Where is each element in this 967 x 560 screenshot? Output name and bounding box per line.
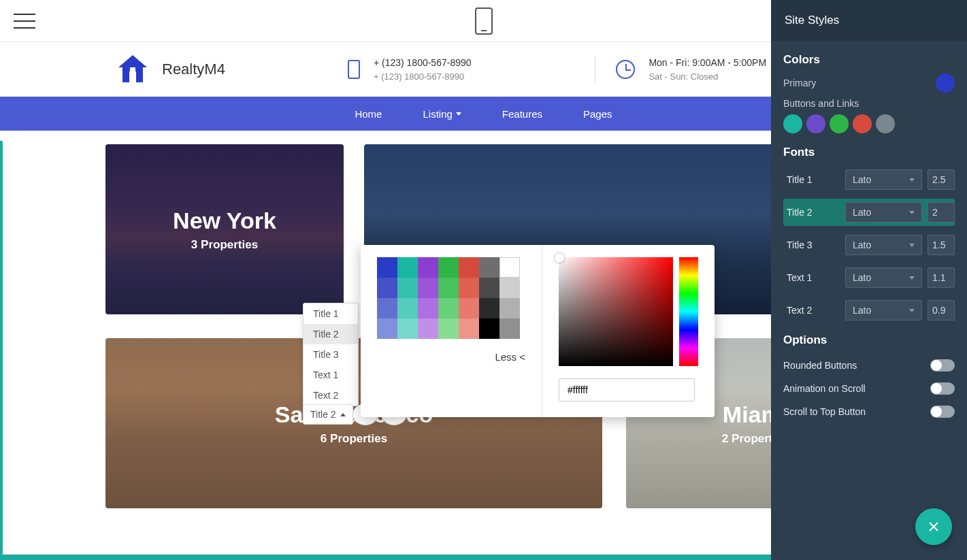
font-select[interactable]: Lato bbox=[845, 169, 922, 190]
palette-cell[interactable] bbox=[438, 298, 459, 318]
palette-cell[interactable] bbox=[377, 257, 397, 278]
title-menu-title2[interactable]: Title 2 bbox=[304, 324, 358, 344]
option-scroll-top: Scroll to Top Button bbox=[783, 400, 955, 423]
less-link[interactable]: Less < bbox=[377, 351, 525, 363]
palette-cell[interactable] bbox=[499, 278, 520, 298]
palette-cell[interactable] bbox=[397, 278, 418, 298]
palette-cell[interactable] bbox=[459, 318, 479, 339]
palette-cell[interactable] bbox=[377, 318, 397, 339]
mobile-preview-icon[interactable] bbox=[475, 7, 493, 35]
toggle-scrolltop[interactable] bbox=[930, 406, 955, 418]
chevron-down-icon bbox=[909, 276, 915, 280]
font-label: Title 1 bbox=[787, 174, 840, 185]
palette-cell[interactable] bbox=[397, 298, 418, 318]
palette-cell[interactable] bbox=[377, 278, 397, 298]
toggle-rounded[interactable] bbox=[930, 359, 955, 372]
chevron-down-icon bbox=[456, 112, 461, 116]
palette-cell[interactable] bbox=[397, 257, 418, 278]
phone-primary: + (123) 1800-567-8990 bbox=[374, 56, 472, 70]
nav-listing[interactable]: Listing bbox=[423, 108, 461, 120]
font-size-input[interactable] bbox=[928, 202, 955, 223]
nav-home[interactable]: Home bbox=[355, 108, 382, 120]
palette-cell[interactable] bbox=[438, 318, 459, 339]
palette-cell[interactable] bbox=[459, 298, 479, 318]
font-size-input[interactable] bbox=[928, 300, 955, 320]
logo-icon bbox=[116, 52, 150, 86]
colors-heading: Colors bbox=[783, 53, 955, 67]
link-color-swatch[interactable] bbox=[830, 114, 849, 133]
font-select[interactable]: Lato bbox=[845, 300, 922, 320]
close-icon bbox=[927, 520, 940, 533]
card-new-york[interactable]: New York 3 Properties bbox=[105, 144, 344, 314]
title-style-dropdown[interactable]: Title 2 bbox=[303, 404, 353, 425]
palette-cell[interactable] bbox=[438, 257, 459, 278]
palette-cell[interactable] bbox=[418, 278, 438, 298]
card-title: New York bbox=[173, 208, 276, 234]
primary-color-swatch[interactable] bbox=[936, 73, 955, 93]
font-select[interactable]: Lato bbox=[845, 235, 922, 255]
palette-cell[interactable] bbox=[418, 318, 438, 339]
phone-block: + (123) 1800-567-8990 + (123) 1800-567-8… bbox=[327, 56, 492, 84]
palette-cell[interactable] bbox=[397, 318, 418, 339]
primary-color-row: Primary bbox=[783, 73, 955, 93]
font-size-input[interactable] bbox=[928, 267, 955, 288]
palette-cell[interactable] bbox=[438, 278, 459, 298]
color-custom-panel bbox=[542, 245, 715, 417]
color-palette bbox=[377, 257, 525, 339]
font-select[interactable]: Lato bbox=[845, 267, 922, 288]
font-size-input[interactable] bbox=[928, 169, 955, 190]
palette-cell[interactable] bbox=[499, 298, 520, 318]
hours-primary: Mon - Fri: 9:00AM - 5:00PM bbox=[649, 56, 766, 70]
toggle-animation[interactable] bbox=[930, 382, 955, 395]
font-row: Title 2 Lato bbox=[783, 199, 955, 226]
hex-input[interactable] bbox=[559, 378, 695, 401]
palette-cell[interactable] bbox=[479, 318, 499, 339]
palette-cell[interactable] bbox=[377, 298, 397, 318]
link-color-swatch[interactable] bbox=[876, 114, 895, 133]
chevron-down-icon bbox=[909, 211, 915, 214]
palette-cell[interactable] bbox=[499, 318, 520, 339]
palette-cell[interactable] bbox=[479, 278, 499, 298]
palette-cell[interactable] bbox=[459, 278, 479, 298]
clock-icon bbox=[616, 60, 635, 79]
hue-slider[interactable] bbox=[679, 257, 698, 366]
font-size-input[interactable] bbox=[928, 235, 955, 255]
color-picker-popup: Less < bbox=[361, 245, 715, 417]
saturation-box[interactable] bbox=[559, 257, 673, 366]
sidebar-body: Colors Primary Buttons and Links Fonts T… bbox=[771, 41, 967, 435]
hamburger-icon[interactable] bbox=[14, 14, 35, 29]
title-menu-title3[interactable]: Title 3 bbox=[304, 344, 358, 365]
card-sub: 3 Properties bbox=[191, 238, 258, 252]
title-menu-title1[interactable]: Title 1 bbox=[304, 303, 358, 324]
font-label: Title 3 bbox=[787, 240, 840, 250]
chevron-down-icon bbox=[909, 178, 915, 182]
link-color-swatch[interactable] bbox=[853, 114, 872, 133]
hours-block: Mon - Fri: 9:00AM - 5:00PM Sat - Sun: Cl… bbox=[595, 56, 787, 84]
link-color-swatch[interactable] bbox=[806, 114, 825, 133]
palette-cell[interactable] bbox=[479, 298, 499, 318]
font-row: Text 2 Lato bbox=[783, 297, 955, 324]
saturation-cursor[interactable] bbox=[555, 253, 564, 263]
phone-secondary: + (123) 1800-567-8990 bbox=[374, 70, 472, 84]
title-menu-text2[interactable]: Text 2 bbox=[304, 385, 358, 406]
options-heading: Options bbox=[783, 333, 955, 347]
close-button[interactable] bbox=[915, 508, 952, 545]
chevron-up-icon bbox=[340, 413, 346, 416]
sidebar-title: Site Styles bbox=[771, 0, 967, 41]
title-menu-text1[interactable]: Text 1 bbox=[304, 365, 358, 385]
nav-features[interactable]: Features bbox=[502, 108, 542, 120]
font-select[interactable]: Lato bbox=[845, 202, 922, 223]
site-styles-sidebar: Site Styles Colors Primary Buttons and L… bbox=[771, 0, 967, 560]
palette-cell[interactable] bbox=[479, 257, 499, 278]
link-color-swatch[interactable] bbox=[783, 114, 802, 133]
hours-secondary: Sat - Sun: Closed bbox=[649, 70, 766, 84]
palette-cell[interactable] bbox=[418, 298, 438, 318]
nav-pages[interactable]: Pages bbox=[583, 108, 612, 120]
title-dd-label: Title 2 bbox=[310, 409, 336, 420]
palette-cell[interactable] bbox=[499, 257, 520, 278]
font-label: Text 1 bbox=[787, 272, 840, 283]
option-rounded-buttons: Rounded Buttons bbox=[783, 354, 955, 377]
palette-cell[interactable] bbox=[459, 257, 479, 278]
primary-label: Primary bbox=[783, 78, 816, 88]
palette-cell[interactable] bbox=[418, 257, 438, 278]
